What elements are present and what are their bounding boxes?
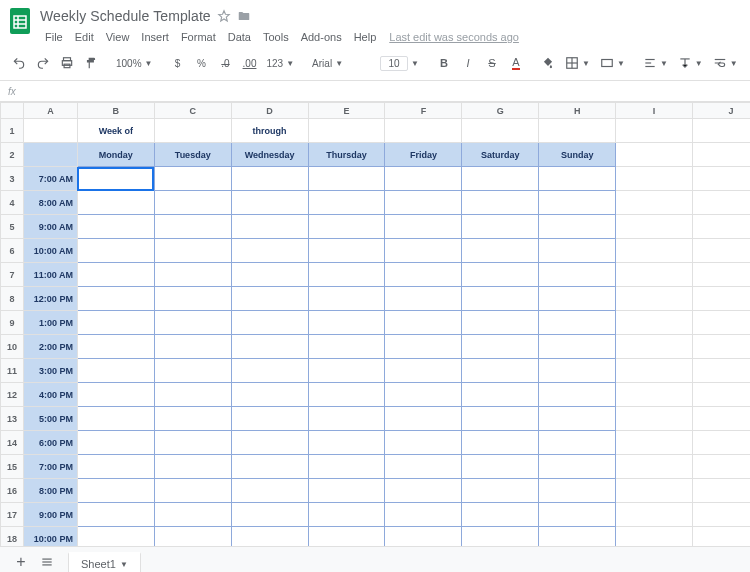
cell[interactable] (462, 215, 539, 239)
cell[interactable] (154, 383, 231, 407)
cell[interactable] (616, 503, 693, 527)
cell[interactable]: through (231, 119, 308, 143)
last-edit-link[interactable]: Last edit was seconds ago (389, 31, 519, 43)
cell[interactable] (462, 119, 539, 143)
cell[interactable] (308, 407, 385, 431)
cell[interactable] (385, 287, 462, 311)
cell[interactable] (616, 311, 693, 335)
cell[interactable] (77, 359, 154, 383)
cell[interactable] (539, 119, 616, 143)
cell[interactable] (231, 407, 308, 431)
col-header[interactable]: G (462, 103, 539, 119)
row-header[interactable]: 12 (1, 383, 24, 407)
cell[interactable] (616, 431, 693, 455)
cell[interactable] (385, 167, 462, 191)
cell[interactable]: 2:00 PM (23, 335, 77, 359)
cell[interactable] (231, 479, 308, 503)
all-sheets-button[interactable] (36, 551, 58, 572)
cell[interactable] (693, 335, 750, 359)
col-header[interactable]: A (23, 103, 77, 119)
cell[interactable] (616, 287, 693, 311)
cell[interactable] (539, 335, 616, 359)
cell[interactable]: Monday (77, 143, 154, 167)
decrease-decimal-button[interactable]: .0 (215, 53, 237, 73)
cell[interactable] (308, 311, 385, 335)
strike-button[interactable]: S (481, 53, 503, 73)
cell[interactable] (693, 431, 750, 455)
cell[interactable] (539, 359, 616, 383)
cell[interactable] (616, 191, 693, 215)
cell[interactable] (385, 383, 462, 407)
cell[interactable] (308, 503, 385, 527)
cell[interactable] (154, 167, 231, 191)
cell[interactable] (539, 503, 616, 527)
cell[interactable] (693, 215, 750, 239)
cell[interactable] (385, 479, 462, 503)
paint-format-button[interactable] (80, 53, 102, 73)
cell[interactable] (616, 359, 693, 383)
cell[interactable] (308, 215, 385, 239)
cell[interactable] (231, 359, 308, 383)
cell[interactable] (385, 191, 462, 215)
percent-button[interactable]: % (191, 53, 213, 73)
cell[interactable]: 4:00 PM (23, 383, 77, 407)
cell[interactable] (693, 359, 750, 383)
cell[interactable] (77, 191, 154, 215)
cell[interactable]: 9:00 PM (23, 503, 77, 527)
cell[interactable] (308, 191, 385, 215)
cell[interactable] (77, 407, 154, 431)
select-all-corner[interactable] (1, 103, 24, 119)
cell[interactable] (231, 455, 308, 479)
cell[interactable] (308, 479, 385, 503)
cell[interactable]: 3:00 PM (23, 359, 77, 383)
cell[interactable] (308, 335, 385, 359)
cell[interactable]: Sunday (539, 143, 616, 167)
font-size-combo[interactable]: 10▼ (376, 53, 423, 73)
cell[interactable] (308, 287, 385, 311)
zoom-combo[interactable]: 100%▼ (112, 53, 157, 73)
cell[interactable] (693, 455, 750, 479)
cell[interactable] (539, 215, 616, 239)
menu-tools[interactable]: Tools (258, 30, 294, 44)
menu-file[interactable]: File (40, 30, 68, 44)
borders-button[interactable]: ▼ (561, 53, 594, 73)
cell[interactable] (693, 311, 750, 335)
cell[interactable] (462, 407, 539, 431)
print-button[interactable] (56, 53, 78, 73)
cell[interactable] (231, 431, 308, 455)
cell[interactable] (231, 311, 308, 335)
col-header[interactable]: D (231, 103, 308, 119)
cell[interactable] (308, 527, 385, 547)
cell[interactable] (616, 167, 693, 191)
cell[interactable] (462, 455, 539, 479)
cell[interactable] (77, 167, 154, 191)
cell[interactable] (462, 335, 539, 359)
cell[interactable] (154, 287, 231, 311)
cell[interactable] (154, 455, 231, 479)
cell[interactable] (385, 503, 462, 527)
cell[interactable] (616, 335, 693, 359)
more-formats-combo[interactable]: 123▼ (263, 53, 299, 73)
row-header[interactable]: 10 (1, 335, 24, 359)
cell[interactable]: 7:00 PM (23, 455, 77, 479)
menu-format[interactable]: Format (176, 30, 221, 44)
row-header[interactable]: 13 (1, 407, 24, 431)
menu-data[interactable]: Data (223, 30, 256, 44)
cell[interactable] (616, 119, 693, 143)
cell[interactable] (539, 455, 616, 479)
cell[interactable] (77, 383, 154, 407)
col-header[interactable]: H (539, 103, 616, 119)
cell[interactable] (462, 191, 539, 215)
cell[interactable] (154, 215, 231, 239)
cell[interactable] (308, 263, 385, 287)
font-family-combo[interactable]: Arial▼ (308, 53, 366, 73)
cell[interactable] (539, 287, 616, 311)
increase-decimal-button[interactable]: .00 (239, 53, 261, 73)
cell[interactable] (539, 239, 616, 263)
add-sheet-button[interactable]: + (10, 551, 32, 572)
row-header[interactable]: 15 (1, 455, 24, 479)
halign-button[interactable]: ▼ (639, 53, 672, 73)
cell[interactable] (154, 503, 231, 527)
cell[interactable] (693, 287, 750, 311)
cell[interactable]: 11:00 AM (23, 263, 77, 287)
